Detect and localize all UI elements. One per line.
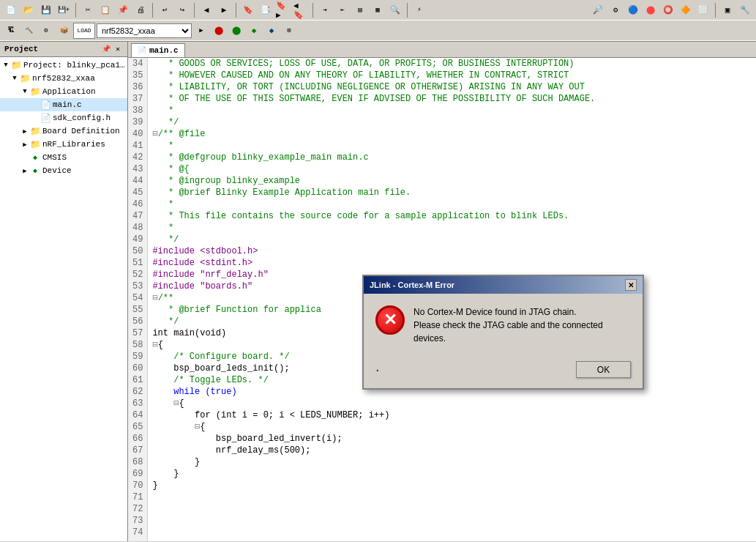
app-icon: 📁 (29, 86, 41, 97)
dialog-message: No Cortex-M Device found in JTAG chain. … (413, 305, 631, 345)
cmsis-icon: ◆ (29, 152, 41, 163)
error-icon: ✕ (375, 305, 405, 335)
dialog-titlebar: JLink - Cortex-M Error ✕ (364, 276, 643, 294)
sdk-config-icon: 📄 (40, 112, 51, 124)
tree-main-c[interactable]: 📄 main.c (0, 98, 127, 111)
dialog-ok-button[interactable]: OK (576, 361, 631, 378)
sep7 (715, 3, 716, 18)
tree-root[interactable]: ▼ 📁 Project: blinky_pca1004( (0, 59, 127, 72)
stop-btn[interactable]: ⬤ (228, 23, 244, 39)
open-btn[interactable]: 📂 (20, 2, 37, 18)
toolbar-area: 📄 📂 💾 💾+ ✂ 📋 📌 🖨 ↩ ↪ ◀ ▶ 🔖 📑 🔖▶ ◀🔖 ⇥ ⇤ ▤… (0, 0, 756, 42)
debug1-btn[interactable]: ⚙ (607, 2, 624, 18)
cut-btn[interactable]: ✂ (80, 2, 96, 18)
tree-app[interactable]: ▼ 📁 Application (0, 85, 127, 98)
dialog-footer: · OK (364, 357, 643, 388)
indent-btn[interactable]: ⇥ (317, 2, 333, 18)
find-btn[interactable]: 🔍 (387, 2, 403, 18)
dialog-title: JLink - Cortex-M Error (370, 281, 454, 289)
error-icon-area: ✕ (375, 305, 405, 335)
sep4 (236, 3, 236, 18)
debug6-btn[interactable]: ⬜ (695, 2, 711, 18)
sep2 (152, 3, 153, 18)
build1-btn[interactable]: 🏗 (3, 23, 19, 39)
sdk-expand (31, 114, 40, 122)
nrflibs-expand[interactable]: ▶ (20, 140, 29, 149)
save-btn[interactable]: 💾 (38, 2, 54, 18)
root-icon: 📁 (10, 59, 22, 71)
root-expand[interactable]: ▼ (1, 61, 10, 70)
dialog-msg-line2: Please check the JTAG cable and the conn… (413, 319, 631, 345)
cmsis-expand (20, 153, 29, 162)
build3-btn[interactable]: ⚙ (38, 23, 54, 39)
print-btn[interactable]: 🖨 (132, 2, 149, 18)
debug4-btn[interactable]: ⭕ (660, 2, 676, 18)
nrf-expand[interactable]: ▼ (10, 74, 19, 83)
nrflibs-label: nRF_Libraries (41, 140, 105, 149)
debug3-btn[interactable]: ⬤ (643, 2, 659, 18)
project-title: Project (4, 45, 38, 53)
cmsis-label: CMSIS (41, 153, 67, 162)
device-expand[interactable]: ▶ (20, 166, 29, 175)
pin-icon[interactable]: 📌 (101, 44, 111, 54)
nrf-icon: 📁 (19, 73, 31, 84)
bookmark-btn[interactable]: 🔖 (240, 2, 256, 18)
func-icon: ⊞ (281, 23, 297, 39)
close-project-icon[interactable]: ✕ (113, 44, 123, 54)
main-c-icon: 📄 (40, 99, 51, 111)
dialog-body: ✕ No Cortex-M Device found in JTAG chain… (364, 294, 643, 357)
debug5-btn[interactable]: 🔶 (678, 2, 694, 18)
tree-sdk-config[interactable]: 📄 sdk_config.h (0, 111, 127, 125)
nav-back-btn[interactable]: ◀ (198, 2, 214, 18)
col-sel-btn[interactable]: ▤ (352, 2, 368, 18)
settings-btn[interactable]: 🔧 (737, 2, 753, 18)
redo-btn[interactable]: ↪ (174, 2, 190, 18)
outdent-btn[interactable]: ⇤ (334, 2, 351, 18)
jlink-error-dialog[interactable]: JLink - Cortex-M Error ✕ ✕ No Cortex-M D… (362, 275, 644, 390)
zoom-btn[interactable]: 🔎 (590, 2, 606, 18)
app-expand[interactable]: ▼ (20, 87, 29, 96)
toolbar-row-1: 📄 📂 💾 💾+ ✂ 📋 📌 🖨 ↩ ↪ ◀ ▶ 🔖 📑 🔖▶ ◀🔖 ⇥ ⇤ ▤… (0, 0, 756, 21)
dialog-close-btn[interactable]: ✕ (625, 279, 637, 291)
sep3 (194, 3, 195, 18)
build4-btn[interactable]: 📦 (56, 23, 72, 39)
diamond2-btn[interactable]: ◆ (263, 23, 280, 39)
dbg-run-btn[interactable]: ⬤ (211, 23, 227, 39)
new-btn[interactable]: 📄 (3, 2, 19, 18)
line-numbers: 3435363738394041424344454647484950515253… (128, 58, 148, 541)
save-all-btn[interactable]: 💾+ (56, 2, 72, 18)
board-expand[interactable]: ▶ (20, 127, 29, 136)
col-sel2-btn[interactable]: ▦ (370, 2, 386, 18)
view1-btn[interactable]: ▣ (719, 2, 736, 18)
diamond-btn[interactable]: ◆ (246, 23, 262, 39)
tree-device[interactable]: ▶ ◆ Device (0, 164, 127, 177)
nav-fwd-btn[interactable]: ▶ (216, 2, 232, 18)
tree-cmsis[interactable]: ◆ CMSIS (0, 151, 127, 164)
bm-next-btn[interactable]: 🔖▶ (275, 2, 291, 18)
main-c-label: main.c (51, 100, 82, 109)
main-expand (31, 100, 40, 109)
board-icon: 📁 (29, 125, 41, 137)
tree-nrf[interactable]: ▼ 📁 nrf52832_xxaa (0, 72, 127, 85)
run-btn[interactable]: ▶ (193, 23, 209, 39)
project-panel: Project 📌 ✕ ▼ 📁 Project: blinky_pca1004(… (0, 42, 128, 541)
device-label: Device (41, 166, 72, 175)
sdk-config-label: sdk_config.h (51, 114, 111, 122)
project-header-icons: 📌 ✕ (101, 44, 123, 54)
tab-icon: 📄 (138, 46, 146, 55)
tree-board-def[interactable]: ▶ 📁 Board Definition (0, 125, 127, 138)
bm-prev-btn[interactable]: ◀🔖 (293, 2, 309, 18)
build2-btn[interactable]: 🔨 (20, 23, 37, 39)
dialog-dot: · (375, 361, 380, 378)
sep5 (312, 3, 313, 18)
bookmark2-btn[interactable]: 📑 (258, 2, 274, 18)
board-label: Board Definition (41, 127, 120, 136)
misc1-btn[interactable]: ⚡ (411, 2, 427, 18)
tree-nrf-libs[interactable]: ▶ 📁 nRF_Libraries (0, 138, 127, 151)
copy-btn[interactable]: 📋 (97, 2, 113, 18)
paste-btn[interactable]: 📌 (115, 2, 131, 18)
config-combo[interactable]: nrf52832_xxaa (97, 23, 192, 38)
debug2-btn[interactable]: 🔵 (625, 2, 641, 18)
tab-main-c[interactable]: 📄 main.c (131, 43, 185, 57)
undo-btn[interactable]: ↩ (157, 2, 173, 18)
